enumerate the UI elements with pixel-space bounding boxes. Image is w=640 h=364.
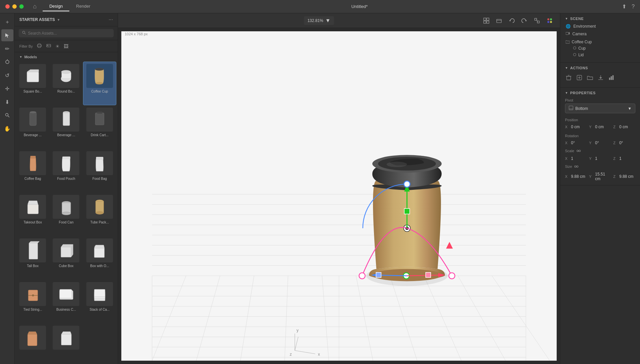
position-y-value: 0 cm bbox=[595, 125, 611, 129]
export-action-button[interactable] bbox=[598, 75, 604, 82]
canvas-area: 132.81% ▼ bbox=[118, 13, 560, 364]
canvas-transform-button[interactable] bbox=[532, 16, 542, 26]
home-button[interactable]: ⌂ bbox=[30, 2, 39, 11]
filter-light-icon[interactable]: ☀ bbox=[55, 44, 60, 49]
filter-3d-icon[interactable] bbox=[37, 43, 42, 49]
select-tool-button[interactable] bbox=[1, 29, 13, 41]
add-action-button[interactable] bbox=[576, 75, 582, 82]
asset-cube-box[interactable]: Cube Box bbox=[49, 236, 83, 280]
upload-icon[interactable]: ⬆ bbox=[622, 3, 626, 10]
asset-thumb-takeout-box bbox=[19, 195, 46, 219]
filter-2d-icon[interactable] bbox=[46, 43, 51, 49]
asset-thumb-round-box bbox=[53, 64, 79, 88]
scene-group-header[interactable]: Coffee Cup bbox=[566, 39, 635, 45]
asset-label-box-open: Box with O... bbox=[90, 264, 109, 268]
svg-point-5 bbox=[23, 31, 25, 34]
asset-round-box[interactable]: Round Bo... bbox=[49, 62, 83, 105]
svg-line-6 bbox=[25, 33, 26, 35]
canvas-view-button[interactable] bbox=[494, 16, 504, 26]
asset-drink-cart[interactable]: Drink Cart... bbox=[83, 105, 116, 149]
asset-beverage2[interactable]: Beverage ... bbox=[49, 105, 83, 149]
asset-stack-ca[interactable]: Stack of Ca... bbox=[83, 280, 116, 323]
asset-thumb-more2 bbox=[53, 326, 79, 350]
hand-tool-button[interactable]: ✋ bbox=[1, 123, 13, 135]
add-tool-button[interactable]: ＋ bbox=[1, 16, 13, 28]
asset-thumb-beverage2 bbox=[53, 108, 79, 132]
rotate-tool-button[interactable]: ↺ bbox=[1, 69, 13, 81]
asset-business-c[interactable]: Business C... bbox=[49, 280, 83, 323]
asset-more1[interactable] bbox=[16, 323, 49, 363]
asset-label-coffee-bag: Coffee Bag bbox=[24, 177, 41, 181]
asset-food-bag[interactable]: Food Bag bbox=[83, 149, 116, 192]
zoom-control[interactable]: 132.81% ▼ bbox=[304, 16, 334, 25]
scene-item-environment[interactable]: 🌐 Environment bbox=[560, 23, 640, 30]
pivot-chevron-icon: ▼ bbox=[628, 106, 632, 111]
right-panel: ▼ SCENE 🌐 Environment Camera Coffee Cup bbox=[560, 13, 640, 364]
asset-food-can[interactable]: Food Can bbox=[49, 192, 83, 236]
asset-thumb-tied-string bbox=[19, 282, 46, 306]
search-input-wrap bbox=[19, 29, 114, 37]
scene-child-cup[interactable]: Cup bbox=[566, 45, 635, 52]
svg-rect-147 bbox=[611, 76, 612, 80]
svg-line-4 bbox=[8, 116, 9, 118]
asset-coffee-bag[interactable]: Coffee Bag bbox=[16, 149, 49, 192]
asset-beverage1[interactable]: Beverage ... bbox=[16, 105, 49, 149]
asset-box-open[interactable]: Box with O... bbox=[83, 236, 116, 280]
canvas-toolbar: 132.81% ▼ bbox=[118, 13, 560, 28]
traffic-lights bbox=[5, 4, 24, 9]
properties-chevron-icon: ▼ bbox=[565, 91, 568, 95]
chart-action-button[interactable] bbox=[608, 75, 614, 82]
panel-menu-button[interactable]: ··· bbox=[109, 17, 113, 23]
asset-more2[interactable] bbox=[49, 323, 83, 363]
search-input[interactable] bbox=[28, 31, 110, 36]
minimize-button[interactable] bbox=[12, 4, 17, 9]
help-icon[interactable]: ? bbox=[632, 4, 635, 10]
asset-food-pouch[interactable]: Food Pouch bbox=[49, 149, 83, 192]
scene-item-camera[interactable]: Camera bbox=[560, 30, 640, 38]
canvas-tools bbox=[481, 16, 555, 26]
asset-square-box[interactable]: Square Bo... bbox=[16, 62, 49, 105]
svg-text:x: x bbox=[318, 352, 320, 357]
canvas-rotate-left-button[interactable] bbox=[507, 16, 517, 26]
scene-item-camera-label: Camera bbox=[572, 32, 587, 36]
canvas-grid-button[interactable] bbox=[481, 16, 491, 26]
download-tool-button[interactable]: ⬇ bbox=[1, 96, 13, 108]
brush-tool-button[interactable]: ✏ bbox=[1, 43, 13, 55]
properties-section-header: ▼ PROPERTIES bbox=[560, 88, 640, 97]
filter-bar: Filter By ☀ 🖼 bbox=[15, 40, 118, 52]
search-tool-button[interactable] bbox=[1, 109, 13, 121]
asset-label-takeout-box: Takeout Box bbox=[24, 220, 42, 224]
svg-point-7 bbox=[37, 44, 41, 48]
paint-tool-button[interactable] bbox=[1, 56, 13, 68]
tab-render[interactable]: Render bbox=[69, 2, 97, 11]
tab-design[interactable]: Design bbox=[43, 2, 69, 11]
rotation-xyz-row: X 0° Y 0° Z 0° bbox=[560, 139, 640, 147]
asset-coffee-cup[interactable]: Coffee Cup bbox=[83, 62, 116, 105]
viewport[interactable]: 1024 x 768 px bbox=[118, 28, 560, 364]
position-y-label: Y bbox=[589, 125, 593, 129]
zoom-label: 132.81% bbox=[307, 18, 323, 23]
asset-label-stack-ca: Stack of Ca... bbox=[90, 307, 110, 312]
delete-action-button[interactable] bbox=[566, 75, 572, 82]
svg-rect-59 bbox=[484, 18, 486, 20]
close-button[interactable] bbox=[5, 4, 10, 9]
maximize-button[interactable] bbox=[19, 4, 24, 9]
svg-point-154 bbox=[575, 166, 576, 168]
asset-tied-string[interactable]: Tied String... bbox=[16, 280, 49, 323]
svg-rect-60 bbox=[487, 18, 489, 20]
move-tool-button[interactable]: ✛ bbox=[1, 83, 13, 95]
titlebar-left: ⌂ Design Render bbox=[5, 2, 97, 11]
canvas-materials-button[interactable] bbox=[545, 16, 555, 26]
filter-image-icon[interactable]: 🖼 bbox=[64, 44, 68, 49]
asset-tube-pack[interactable]: Tube Pack... bbox=[83, 192, 116, 236]
canvas-rotate-right-button[interactable] bbox=[519, 16, 529, 26]
svg-point-1 bbox=[6, 60, 9, 64]
pivot-select[interactable]: Bottom ▼ bbox=[565, 104, 635, 113]
asset-takeout-box[interactable]: Takeout Box bbox=[16, 192, 49, 236]
folder-action-button[interactable] bbox=[587, 75, 593, 82]
scene-child-lid[interactable]: Lid bbox=[566, 52, 635, 58]
asset-label-round-box: Round Bo... bbox=[57, 89, 75, 94]
svg-point-36 bbox=[96, 211, 104, 214]
asset-thumb-coffee-bag bbox=[19, 151, 46, 175]
asset-tall-box[interactable]: Tall Box bbox=[16, 236, 49, 280]
